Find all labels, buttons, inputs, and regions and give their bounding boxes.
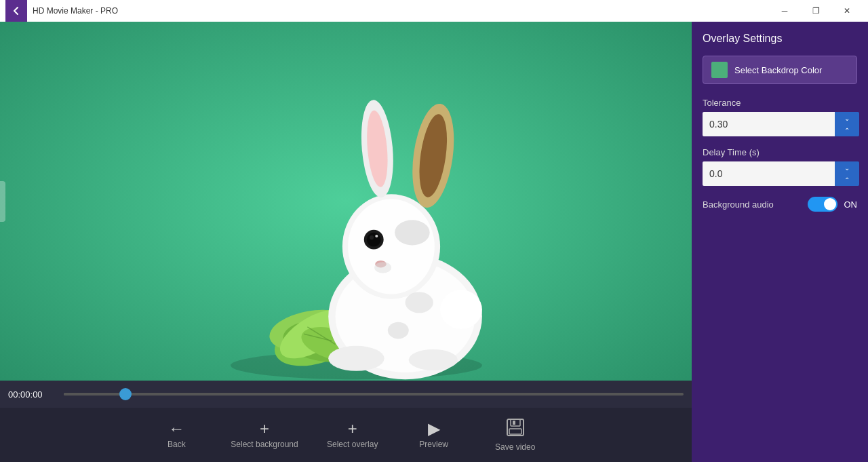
toolbar-item-preview[interactable]: ▶ Preview: [407, 421, 461, 449]
toolbar-item-select-overlay[interactable]: + Select overlay: [326, 421, 380, 449]
tolerance-increment[interactable]: ⌃: [835, 124, 859, 136]
select-background-label: Select background: [231, 440, 298, 449]
video-frame: [0, 22, 692, 381]
titlebar: HD Movie Maker - PRO ─ ❐ ✕: [0, 0, 868, 22]
bg-audio-label: Background audio: [703, 199, 801, 210]
tolerance-spinner: ⌄ ⌃: [835, 112, 859, 136]
app-title: HD Movie Maker - PRO: [27, 6, 769, 16]
time-display: 00:00:00: [8, 389, 56, 400]
svg-point-24: [440, 290, 482, 329]
delay-time-spinner: ⌄ ⌃: [835, 161, 859, 186]
svg-rect-32: [509, 429, 521, 434]
delay-time-decrement[interactable]: ⌄: [835, 161, 859, 174]
bg-audio-on-label: ON: [844, 199, 858, 210]
delay-time-input-row: ⌄ ⌃: [703, 161, 857, 186]
toolbar-item-select-background[interactable]: + Select background: [231, 421, 298, 449]
svg-point-29: [395, 220, 430, 245]
delay-time-increment[interactable]: ⌃: [835, 174, 859, 186]
preview-icon: ▶: [428, 421, 440, 437]
svg-point-25: [328, 346, 384, 371]
svg-point-26: [409, 349, 458, 370]
delay-time-label: Delay Time (s): [703, 147, 857, 157]
svg-point-19: [367, 233, 381, 247]
toolbar-item-back[interactable]: ← Back: [149, 421, 203, 449]
svg-point-20: [370, 235, 374, 239]
bg-audio-row: Background audio ON: [703, 197, 857, 212]
backdrop-color-swatch: [711, 62, 728, 78]
select-overlay-label: Select overlay: [327, 440, 378, 449]
toggle-knob: [824, 198, 836, 210]
timeline-track[interactable]: [64, 393, 684, 396]
delay-time-input[interactable]: [703, 161, 835, 186]
toolbar: ← Back + Select background + Select over…: [0, 408, 692, 462]
backdrop-btn-label: Select Backdrop Color: [734, 65, 822, 75]
minimize-button[interactable]: ─: [769, 0, 800, 22]
window-controls: ─ ❐ ✕: [769, 0, 863, 22]
main-content: 00:00:00 ← Back + Select background + Se…: [0, 22, 868, 462]
svg-point-13: [348, 199, 435, 294]
toolbar-item-save-video[interactable]: Save video: [488, 418, 542, 452]
preview-label: Preview: [419, 440, 448, 449]
add-background-icon: +: [260, 421, 269, 437]
svg-rect-33: [513, 421, 515, 425]
close-button[interactable]: ✕: [831, 0, 863, 22]
tolerance-input[interactable]: [703, 112, 835, 136]
tolerance-input-row: ⌄ ⌃: [703, 112, 857, 136]
panel-title: Overlay Settings: [703, 33, 857, 45]
back-label: Back: [167, 440, 186, 449]
maximize-button[interactable]: ❐: [800, 0, 831, 22]
bg-audio-toggle[interactable]: [808, 197, 837, 212]
svg-point-28: [388, 322, 409, 339]
backdrop-color-button[interactable]: Select Backdrop Color: [703, 56, 857, 84]
add-overlay-icon: +: [348, 421, 357, 437]
timeline-area: 00:00:00: [0, 381, 692, 408]
save-video-icon: [506, 418, 525, 440]
titlebar-back-button[interactable]: [5, 0, 27, 22]
back-icon: ←: [168, 421, 184, 437]
tolerance-label: Tolerance: [703, 98, 857, 108]
timeline-thumb[interactable]: [119, 388, 132, 400]
svg-point-27: [406, 292, 433, 313]
right-panel: Overlay Settings Select Backdrop Color T…: [692, 22, 868, 462]
video-area: 00:00:00 ← Back + Select background + Se…: [0, 22, 692, 462]
svg-point-21: [375, 235, 378, 237]
left-handle: [0, 181, 5, 222]
timeline-progress: [64, 393, 125, 396]
video-container: [0, 22, 692, 381]
tolerance-decrement[interactable]: ⌄: [835, 112, 859, 124]
svg-point-23: [374, 262, 391, 273]
save-video-label: Save video: [495, 442, 535, 452]
